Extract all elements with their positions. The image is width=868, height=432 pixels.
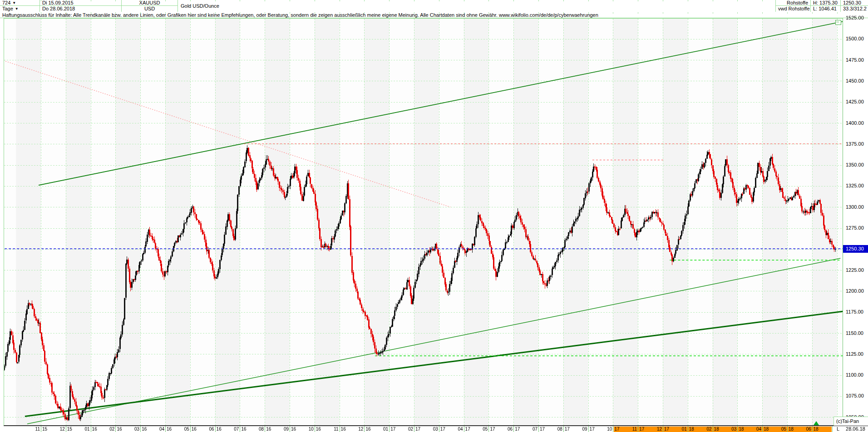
date-tick-label: 17 (590, 427, 601, 432)
chart-number-dropdown[interactable]: 724▼ (0, 0, 40, 6)
month-tick (588, 12, 589, 14)
date-tick-label: 16 (217, 427, 227, 432)
month-tick (165, 426, 166, 432)
month-tick (513, 426, 514, 432)
month-tick (464, 12, 464, 14)
month-tick (91, 0, 91, 1)
month-tick (663, 0, 663, 1)
month-tick (613, 0, 613, 1)
date-tick-label: 16 (92, 427, 103, 432)
period-dropdown[interactable]: Tage▼ (0, 6, 40, 12)
month-tick (165, 0, 166, 1)
date-tick-label: 16 (365, 427, 376, 432)
month-tick (389, 12, 390, 14)
month-tick (290, 12, 290, 14)
month-tick (240, 426, 240, 432)
date-tick-label: 05 (477, 427, 488, 432)
month-tick (215, 12, 216, 14)
date-tick-label: 16 (341, 427, 352, 432)
date-tick-label: 18 (689, 427, 700, 432)
date-tick-label: 16 (316, 427, 327, 432)
date-tick-label: 16 (266, 427, 277, 432)
chart-tool-icon[interactable] (835, 20, 841, 25)
date-tick-label: 03 (128, 427, 139, 432)
month-tick (66, 12, 66, 14)
month-tick (464, 426, 464, 432)
month-tick (265, 0, 265, 1)
month-tick (66, 426, 66, 432)
month-tick (488, 0, 489, 1)
date-tick-label: 17 (440, 427, 451, 432)
month-tick (290, 426, 290, 432)
month-tick (563, 12, 564, 14)
date-tick-label: 17 (490, 427, 501, 432)
date-tick-label: 18 (789, 427, 799, 432)
date-tick-label: 06 (502, 427, 513, 432)
date-tick-label: 17 (390, 427, 401, 432)
provider-label: vwd Rohstoffe (775, 6, 811, 12)
last-date-label: 28.06.18 (843, 426, 868, 432)
price-tick-label: 1075.00 (846, 393, 868, 399)
month-tick (737, 0, 738, 1)
month-tick (340, 0, 340, 1)
date-tick-label: 18 (764, 427, 774, 432)
date-tick-label: 17 (565, 427, 576, 432)
month-tick (488, 12, 489, 14)
month-tick (588, 426, 589, 432)
month-tick (837, 12, 838, 14)
month-tick (340, 426, 340, 432)
date-tick-label: 18 (714, 427, 725, 432)
month-tick (713, 12, 713, 14)
price-tick-label: 1500.00 (846, 36, 868, 42)
month-tick (389, 0, 390, 1)
price-tick-label: 1425.00 (846, 99, 868, 105)
month-tick (140, 0, 141, 1)
date-tick-label: 08 (253, 427, 264, 432)
date-tick-label: 10 (601, 427, 612, 432)
date-tick-label: 16 (241, 427, 252, 432)
month-tick (638, 12, 638, 14)
candlestick-canvas[interactable] (4, 19, 843, 425)
month-tick (688, 12, 688, 14)
month-tick (364, 426, 365, 432)
date-tick-label: 16 (192, 427, 202, 432)
currency-label: USD (122, 6, 178, 12)
month-tick (414, 0, 414, 1)
date-tick-label: 11 (626, 427, 637, 432)
price-tick-label: 1100.00 (846, 372, 868, 378)
month-tick (315, 0, 315, 1)
chevron-down-icon: ▼ (15, 7, 19, 11)
price-tick-label: 1225.00 (846, 267, 868, 273)
period-low: L: 1046.41 (811, 6, 841, 12)
month-tick (265, 426, 265, 432)
date-tick-label: 16 (117, 427, 128, 432)
date-axis: L 11151215011602160316041605160616071608… (4, 426, 843, 432)
date-tick-label: 09 (577, 427, 587, 432)
month-tick (737, 426, 738, 432)
date-tick-label: 15 (42, 427, 53, 432)
price-tick-label: 1400.00 (846, 120, 868, 126)
header-bar: 724▼ Tage▼ Di 15.09.2015 Do 28.06.2018 X… (0, 0, 868, 12)
date-from: Di 15.09.2015 (40, 0, 122, 6)
chart-number: 724 (2, 0, 10, 5)
month-tick (538, 12, 539, 14)
month-tick (140, 12, 141, 14)
month-tick (663, 426, 663, 432)
month-tick (389, 426, 390, 432)
month-tick (66, 0, 66, 1)
month-tick (115, 12, 116, 14)
chart-plot-area[interactable] (4, 18, 843, 426)
date-tick-label: 16 (291, 427, 302, 432)
month-tick (688, 426, 688, 432)
month-tick (240, 12, 240, 14)
last-bar-marker-icon (814, 421, 819, 425)
month-tick (265, 12, 265, 14)
month-tick (613, 12, 613, 14)
date-tick-label: 06 (800, 427, 811, 432)
date-tick-label: 17 (540, 427, 551, 432)
price-tick-label: 1150.00 (846, 330, 868, 336)
category-label: Rohstoffe (775, 0, 811, 6)
date-tick-label: 18 (739, 427, 750, 432)
month-tick (713, 0, 713, 1)
date-tick-label: 02 (402, 427, 413, 432)
